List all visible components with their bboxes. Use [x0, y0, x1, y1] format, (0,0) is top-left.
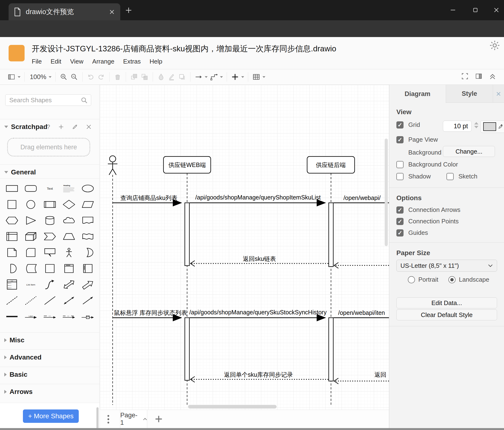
message-api-queryShopItemSkuList[interactable]: /api/goods/shopManage/queryShopItemSkuLi…: [190, 194, 325, 203]
activation-backend-2[interactable]: [329, 318, 333, 381]
zoom-level[interactable]: 100%: [30, 73, 46, 81]
shape-curve[interactable]: [40, 276, 59, 292]
maximize-button[interactable]: [470, 4, 481, 16]
return-single-sku-sync-record[interactable]: 返回单个sku库存同步记录: [190, 371, 328, 382]
shape-callout[interactable]: [40, 244, 59, 260]
shape-process[interactable]: [40, 196, 59, 212]
shape-link-with-labels[interactable]: [59, 308, 79, 324]
shape-square[interactable]: [2, 196, 21, 212]
shape-data-storage[interactable]: [21, 260, 41, 276]
shape-link[interactable]: [40, 308, 59, 324]
page-view-checkbox[interactable]: [396, 136, 404, 143]
shape-tape[interactable]: [78, 228, 97, 244]
drawing-canvas[interactable]: 供应链WEB端 供应链后端 查询店铺商品sku列表 /api/goods/sho…: [100, 85, 389, 410]
view-format-icon[interactable]: [6, 71, 17, 82]
shape-document[interactable]: [78, 212, 97, 228]
fullscreen-icon[interactable]: [460, 71, 470, 82]
landscape-radio[interactable]: Landscape: [448, 276, 489, 283]
more-shapes-button[interactable]: + More Shapes: [23, 410, 79, 423]
chevron-down-icon[interactable]: [205, 76, 208, 78]
line-color-icon[interactable]: [166, 71, 177, 82]
shape-triangle[interactable]: [21, 212, 41, 228]
shape-frame[interactable]: [59, 260, 79, 276]
shape-circle[interactable]: [21, 196, 41, 212]
shape-cylinder[interactable]: [40, 212, 59, 228]
grid-size-stepper[interactable]: [474, 122, 478, 128]
connection-points-checkbox[interactable]: [396, 218, 404, 225]
shape-arrow[interactable]: [78, 276, 97, 292]
minimize-button[interactable]: [447, 4, 459, 16]
grid-color-swatch[interactable]: [480, 120, 504, 133]
to-front-icon[interactable]: [129, 71, 139, 82]
shadow-checkbox[interactable]: [396, 173, 404, 180]
menu-edit[interactable]: Edit: [51, 58, 61, 65]
shape-card[interactable]: [21, 244, 41, 260]
chevron-down-icon[interactable]: [49, 76, 52, 78]
message-api-querySkuStockSyncHistory[interactable]: /api/goods/shopManage/querySkuStockSyncH…: [189, 309, 327, 318]
shape-note[interactable]: [2, 244, 21, 260]
shape-bidirectional-arrow[interactable]: [59, 276, 79, 292]
shape-horizontal-line[interactable]: [2, 308, 21, 324]
waypoints-icon[interactable]: [208, 71, 219, 82]
shape-cube[interactable]: [21, 228, 41, 244]
shape-label-arrow[interactable]: Label: [21, 308, 41, 324]
menu-arrange[interactable]: Arrange: [92, 58, 115, 65]
shape-line[interactable]: [40, 292, 59, 308]
shape-actor[interactable]: [59, 244, 79, 260]
background-color-checkbox[interactable]: [396, 161, 404, 168]
section-basic[interactable]: Basic: [0, 368, 100, 381]
shape-list-item[interactable]: List Item: [21, 276, 41, 292]
chevron-down-icon[interactable]: [262, 76, 265, 78]
activation-web-1[interactable]: [185, 203, 189, 266]
participant-backend[interactable]: 供应链后端: [307, 157, 355, 173]
search-input[interactable]: [5, 94, 91, 106]
change-background-button[interactable]: Change...: [443, 146, 495, 157]
paper-size-select[interactable]: US-Letter (8,5" x 11"): [396, 260, 497, 272]
return-sku-list[interactable]: 返回sku链表: [190, 255, 328, 266]
canvas-vscroll-thumb[interactable]: [385, 139, 388, 246]
shape-internal-storage[interactable]: [2, 228, 21, 244]
zoom-out-icon[interactable]: [69, 71, 80, 82]
grid-checkbox[interactable]: [396, 121, 404, 129]
menu-extras[interactable]: Extras: [123, 58, 141, 65]
shape-cloud[interactable]: [59, 212, 79, 228]
shape-rectangle[interactable]: [2, 180, 21, 196]
grid-size-input[interactable]: [443, 121, 472, 132]
scratchpad-section[interactable]: Scratchpad ?: [0, 120, 100, 133]
shape-and[interactable]: [2, 260, 21, 276]
section-misc[interactable]: Misc: [0, 334, 100, 347]
menu-help[interactable]: Help: [150, 58, 162, 65]
return-webapi-2[interactable]: 返回: [334, 371, 389, 384]
to-back-icon[interactable]: [139, 71, 150, 82]
shape-dashed-line[interactable]: [2, 292, 21, 308]
pages-menu-icon[interactable]: [107, 414, 110, 424]
shadow-icon[interactable]: [177, 71, 187, 82]
shape-or[interactable]: [78, 244, 97, 260]
shape-trapezoid[interactable]: [59, 228, 79, 244]
section-advanced[interactable]: Advanced: [0, 351, 100, 364]
add-page-button[interactable]: [154, 414, 163, 424]
shape-textbox[interactable]: Heading: [59, 180, 79, 196]
shape-diamond[interactable]: [59, 196, 79, 212]
shape-arrow-with-box[interactable]: [78, 308, 97, 324]
theme-toggle-sun-icon[interactable]: [489, 40, 500, 51]
canvas-hscroll-thumb[interactable]: [188, 405, 277, 409]
table-icon[interactable]: [251, 71, 261, 82]
panel-close-icon[interactable]: [493, 85, 504, 103]
chevron-down-icon[interactable]: [18, 76, 20, 78]
format-panel-icon[interactable]: [473, 71, 484, 82]
shape-container[interactable]: [40, 260, 59, 276]
shape-ellipse[interactable]: [78, 180, 97, 196]
actor-figure[interactable]: [108, 156, 117, 175]
insert-icon[interactable]: [230, 71, 240, 82]
undo-icon[interactable]: [85, 71, 96, 82]
close-icon[interactable]: [86, 124, 92, 130]
sidebar-scrollbar[interactable]: [96, 407, 99, 430]
zoom-in-icon[interactable]: [58, 71, 69, 82]
shape-directional-connector[interactable]: [78, 292, 97, 308]
connection-arrow-icon[interactable]: [193, 71, 204, 82]
edit-pencil-icon[interactable]: [72, 124, 78, 130]
chevron-down-icon[interactable]: [241, 76, 244, 78]
menu-file[interactable]: File: [32, 58, 42, 65]
message-hover-sync-list[interactable]: 鼠标悬浮 库存同步状态列表: [113, 309, 187, 318]
